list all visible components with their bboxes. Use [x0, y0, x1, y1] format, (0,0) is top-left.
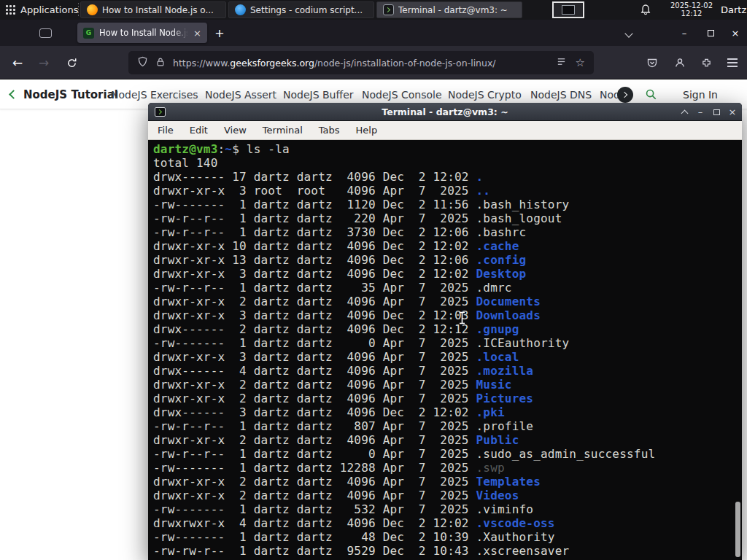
url-path: /node-js/installation-of-node-js-on-linu… [314, 58, 496, 69]
terminal-line: drwxr-xr-x 10 dartz dartz 4096 Dec 2 12:… [153, 239, 742, 253]
menu-hamburger-icon[interactable] [722, 52, 743, 73]
extensions-icon[interactable] [696, 52, 716, 73]
tray-terminal-icon[interactable] [552, 1, 584, 18]
new-tab-button[interactable]: + [212, 25, 228, 41]
url-bar[interactable]: https://www.geeksforgeeks.org/node-js/in… [128, 51, 594, 74]
terminal-title: Terminal - dartz@vm3: ~ [221, 106, 669, 117]
nav-scroll-right-button[interactable] [617, 87, 633, 103]
terminal-line: drwxr-xr-x 2 dartz dartz 4096 Apr 7 2025… [153, 392, 742, 405]
list-all-tabs-icon[interactable] [624, 29, 632, 37]
terminal-line: drwxr-xr-x 2 dartz dartz 4096 Apr 7 2025… [153, 433, 742, 447]
terminal-line: -rw-rw-r-- 1 dartz dartz 9529 Dec 2 10:4… [153, 544, 742, 558]
menu-view[interactable]: View [216, 121, 255, 139]
taskbar-window-title: Terminal - dartz@vm3: ~ [398, 5, 508, 15]
maximize-icon [713, 109, 720, 115]
lock-icon[interactable] [155, 56, 166, 70]
terminal-line: drwxrwxr-x 4 dartz dartz 4096 Dec 2 12:0… [153, 516, 742, 530]
browser-toolbar: ← → https://www.geeksforgeeks.org/node-j… [0, 46, 747, 79]
terminal-line: -rw------- 1 dartz dartz 1120 Dec 2 11:5… [153, 198, 742, 211]
bookmark-star-icon[interactable]: ☆ [576, 58, 585, 69]
scrollbar-thumb[interactable] [735, 502, 740, 557]
top-panel: Applications How to Install Node.js o...… [0, 0, 747, 20]
codium-icon [235, 4, 246, 15]
desktop: Applications How to Install Node.js o...… [0, 0, 747, 560]
terminal-shade-button[interactable] [676, 103, 692, 121]
terminal-icon [383, 4, 394, 15]
taskbar-window-codium[interactable]: Settings - codium script... [228, 1, 374, 18]
user-label: Dartz [721, 4, 746, 15]
terminal-maximize-button[interactable] [708, 103, 724, 121]
menu-tabs[interactable]: Tabs [311, 121, 348, 139]
reader-mode-icon[interactable] [556, 56, 567, 70]
window-minimize-button[interactable]: – [674, 26, 694, 39]
site-favicon: G [83, 28, 94, 39]
window-close-button[interactable]: × [725, 26, 746, 39]
terminal-line: drwxr-xr-x 3 dartz dartz 4096 Apr 7 2025… [153, 350, 742, 364]
url-domain: geeksforgeeks.org [230, 58, 314, 69]
terminal-line: -rw------- 1 dartz dartz 0 Apr 7 2025 .I… [153, 336, 742, 350]
nav-item-tutorial[interactable]: NodeJS Tutorial [23, 79, 118, 109]
taskbar-window-title: How to Install Node.js o... [102, 5, 214, 15]
menu-help[interactable]: Help [348, 121, 386, 139]
taskbar-window-title: Settings - codium script... [250, 5, 363, 15]
maximize-icon [708, 30, 714, 36]
url-text[interactable]: https://www.geeksforgeeks.org/node-js/in… [173, 58, 549, 69]
terminal-title-bar[interactable]: Terminal - dartz@vm3: ~ – × [148, 103, 742, 121]
terminal-line: drwxr-xr-x 3 dartz dartz 4096 Dec 2 12:0… [153, 267, 742, 281]
terminal-line: -rw-r--r-- 1 dartz dartz 220 Apr 7 2025 … [153, 211, 742, 225]
hamburger-bars [727, 58, 738, 66]
firefox-icon [87, 4, 98, 15]
browser-tab-bar: G How to Install Node.js on × + – × [0, 20, 747, 46]
terminal-close-button[interactable]: × [724, 103, 740, 121]
mouse-cursor [458, 311, 466, 327]
terminal-app-icon [155, 107, 166, 117]
chevron-right-icon [622, 92, 627, 98]
forward-button[interactable]: → [34, 52, 54, 73]
firefox-view-icon[interactable] [39, 28, 52, 38]
terminal-screen[interactable]: dartz@vm3:~$ ls -latotal 140drwx------ 1… [148, 140, 742, 560]
reload-button[interactable] [61, 52, 82, 73]
terminal-minimize-button[interactable]: – [692, 103, 708, 121]
tracking-shield-icon[interactable] [137, 56, 148, 70]
terminal-line: drwx------ 4 dartz dartz 4096 Apr 7 2025… [153, 364, 742, 378]
clock[interactable]: 2025-12-02 12:12 [665, 2, 718, 18]
terminal-line: dartz@vm3:~$ ls -la [153, 142, 742, 156]
taskbar-window-firefox[interactable]: How to Install Node.js o... [80, 1, 226, 18]
url-scheme: https://www. [173, 58, 230, 69]
tab-close-icon[interactable]: × [193, 28, 201, 39]
pocket-icon[interactable] [642, 52, 662, 73]
terminal-line: -rw------- 1 dartz dartz 12288 Apr 7 202… [153, 461, 742, 475]
tab-title: How to Install Node.js on [99, 28, 188, 38]
terminal-line: drwxr-xr-x 2 dartz dartz 4096 Apr 7 2025… [153, 295, 742, 308]
terminal-scrollbar[interactable] [733, 140, 742, 560]
taskbar-window-terminal[interactable]: Terminal - dartz@vm3: ~ [376, 1, 522, 18]
terminal-line: drwxr-xr-x 3 dartz dartz 4096 Dec 2 12:0… [153, 308, 742, 322]
terminal-line: -rw-r--r-- 1 dartz dartz 807 Apr 7 2025 … [153, 419, 742, 433]
terminal-line: -rw------- 1 dartz dartz 532 Apr 7 2025 … [153, 502, 742, 516]
applications-menu-button[interactable]: Applications [0, 0, 87, 20]
back-button[interactable]: ← [7, 52, 28, 73]
chevron-up-icon [681, 109, 688, 117]
menu-terminal[interactable]: Terminal [255, 121, 311, 139]
clock-date: 2025-12-02 [665, 2, 718, 10]
applications-label: Applications [20, 4, 78, 15]
terminal-line: drwx------ 3 dartz dartz 4096 Dec 2 12:0… [153, 405, 742, 419]
terminal-line: drwxr-xr-x 13 dartz dartz 4096 Dec 2 12:… [153, 253, 742, 267]
menu-edit[interactable]: Edit [182, 121, 216, 139]
terminal-line: drwx------ 2 dartz dartz 4096 Dec 2 12:1… [153, 322, 742, 336]
terminal-window: Terminal - dartz@vm3: ~ – × File Edit Vi… [148, 103, 742, 560]
terminal-line: -rw------- 1 dartz dartz 48 Dec 2 10:39 … [153, 530, 742, 544]
nav-scroll-left-icon[interactable] [9, 90, 18, 99]
terminal-line: drwxr-xr-x 3 root root 4096 Apr 7 2025 .… [153, 184, 742, 198]
terminal-line: drwxr-xr-x 2 dartz dartz 4096 Apr 7 2025… [153, 378, 742, 392]
tray-terminal-inner-icon [562, 5, 575, 15]
browser-tab-active[interactable]: G How to Install Node.js on × [77, 23, 207, 43]
account-icon[interactable] [670, 52, 690, 73]
terminal-line: drwxr-xr-x 2 dartz dartz 4096 Apr 7 2025… [153, 489, 742, 502]
notifications-bell-icon[interactable] [640, 4, 651, 18]
panel-separator [78, 3, 79, 17]
terminal-line: drwxr-xr-x 2 dartz dartz 4096 Apr 7 2025… [153, 475, 742, 489]
menu-file[interactable]: File [150, 121, 182, 139]
window-maximize-button[interactable] [700, 26, 721, 39]
site-search-icon[interactable] [645, 88, 657, 104]
